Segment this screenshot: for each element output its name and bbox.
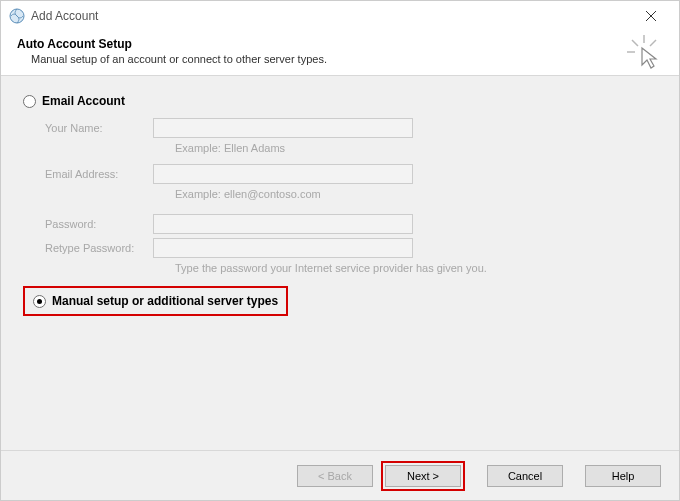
window-title: Add Account xyxy=(31,9,631,23)
page-title: Auto Account Setup xyxy=(17,37,663,51)
page-subtitle: Manual setup of an account or connect to… xyxy=(17,53,663,65)
help-button[interactable]: Help xyxy=(585,465,661,487)
row-email: Email Address: xyxy=(23,164,659,184)
svg-line-4 xyxy=(632,40,638,46)
wizard-footer: < Back Next > Cancel Help xyxy=(1,450,679,500)
decorative-cursor-icon xyxy=(627,35,661,72)
option-email-account[interactable]: Email Account xyxy=(23,94,659,108)
row-your-name: Your Name: xyxy=(23,118,659,138)
app-icon xyxy=(9,8,25,24)
input-password xyxy=(153,214,413,234)
back-button: < Back xyxy=(297,465,373,487)
radio-manual-setup[interactable] xyxy=(33,295,46,308)
input-email xyxy=(153,164,413,184)
option-manual-setup[interactable]: Manual setup or additional server types xyxy=(33,294,278,308)
hint-email: Example: ellen@contoso.com xyxy=(175,188,659,200)
wizard-header: Auto Account Setup Manual setup of an ac… xyxy=(1,31,679,75)
radio-manual-setup-label: Manual setup or additional server types xyxy=(52,294,278,308)
next-button[interactable]: Next > xyxy=(385,465,461,487)
row-password: Password: xyxy=(23,214,659,234)
close-button[interactable] xyxy=(631,2,671,30)
label-password: Password: xyxy=(23,218,153,230)
row-retype-password: Retype Password: xyxy=(23,238,659,258)
input-retype-password xyxy=(153,238,413,258)
option-manual-setup-highlight: Manual setup or additional server types xyxy=(23,286,288,316)
radio-email-account-label: Email Account xyxy=(42,94,125,108)
hint-your-name: Example: Ellen Adams xyxy=(175,142,659,154)
titlebar: Add Account xyxy=(1,1,679,31)
label-your-name: Your Name: xyxy=(23,122,153,134)
hint-password: Type the password your Internet service … xyxy=(175,262,659,274)
wizard-content: Email Account Your Name: Example: Ellen … xyxy=(1,76,679,450)
label-email: Email Address: xyxy=(23,168,153,180)
svg-line-5 xyxy=(650,40,656,46)
input-your-name xyxy=(153,118,413,138)
close-icon xyxy=(646,11,656,21)
radio-email-account[interactable] xyxy=(23,95,36,108)
label-retype-password: Retype Password: xyxy=(23,242,153,254)
next-button-highlight: Next > xyxy=(381,461,465,491)
cancel-button[interactable]: Cancel xyxy=(487,465,563,487)
